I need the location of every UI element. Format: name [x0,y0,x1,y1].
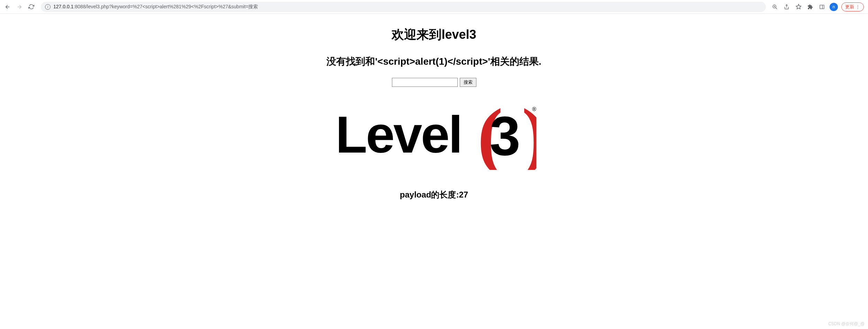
url-host: 127.0.0.1 [53,4,73,9]
svg-rect-5 [820,5,824,9]
search-input[interactable] [392,78,458,87]
update-label: 更新 [845,4,854,10]
forward-button[interactable] [15,2,24,12]
logo-level-text: Level [335,106,462,164]
avatar-letter: n [833,4,835,9]
share-icon[interactable] [782,3,791,11]
reload-icon [28,4,34,10]
menu-dots-icon: ⋮ [856,4,860,9]
arrow-right-icon [16,4,23,10]
search-result-message: 没有找到和'<script>alert(1)</script>'相关的结果. [0,55,868,68]
reload-button[interactable] [26,2,36,12]
zoom-icon[interactable] [771,3,779,11]
logo-three-text: 3 [490,105,520,167]
search-form: 搜索 [0,78,868,87]
search-button[interactable]: 搜索 [460,78,476,87]
profile-avatar[interactable]: n [830,3,838,11]
url-path: :8088/level3.php?keyword=%27<script>aler… [73,4,258,9]
svg-line-1 [776,8,777,9]
payload-length: payload的长度:27 [0,189,868,200]
toolbar-right: n 更新 ⋮ [771,2,865,11]
arrow-left-icon [5,4,11,10]
extensions-icon[interactable] [806,3,814,11]
svg-marker-4 [796,4,801,9]
level3-logo-svg: Level ( 3 ) ® [332,101,536,170]
back-button[interactable] [3,2,12,12]
logo-registered-mark: ® [532,106,536,112]
page-content: 欢迎来到level3 没有找到和'<script>alert(1)</scrip… [0,14,868,200]
page-title: 欢迎来到level3 [0,26,868,43]
browser-toolbar: i 127.0.0.1:8088/level3.php?keyword=%27<… [0,0,868,14]
side-panel-icon[interactable] [818,3,826,11]
level3-logo: Level ( 3 ) ® [0,101,868,170]
url-display: 127.0.0.1:8088/level3.php?keyword=%27<sc… [53,4,258,10]
bookmark-star-icon[interactable] [794,3,803,11]
info-icon[interactable]: i [45,4,51,10]
address-bar[interactable]: i 127.0.0.1:8088/level3.php?keyword=%27<… [41,2,766,12]
update-button[interactable]: 更新 ⋮ [841,2,864,11]
